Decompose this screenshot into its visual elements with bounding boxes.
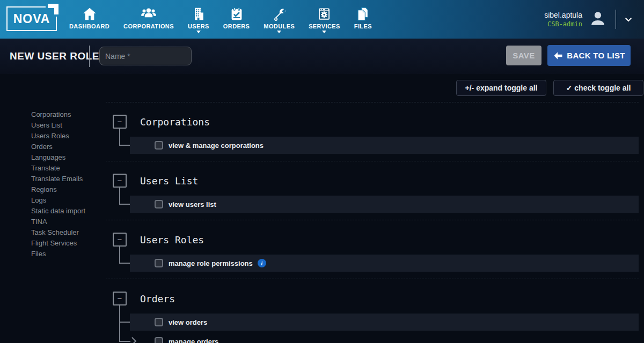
tree-connector bbox=[119, 305, 120, 341]
section-title: Users Roles bbox=[140, 233, 204, 247]
nova-logo[interactable]: NOVA bbox=[6, 6, 57, 31]
user-role-badge: CSB-admin bbox=[544, 20, 582, 28]
caret-down-icon bbox=[322, 31, 326, 33]
tree-connector bbox=[119, 247, 120, 263]
permission-checkbox[interactable] bbox=[155, 141, 163, 150]
permission-checkbox[interactable] bbox=[155, 318, 163, 326]
permission-checkbox[interactable] bbox=[155, 337, 163, 343]
sidebar-item-tina[interactable]: TINA bbox=[31, 217, 85, 227]
nav-item-label: ORDERS bbox=[223, 23, 250, 29]
nav-item-label: FILES bbox=[354, 23, 372, 29]
back-to-list-label: BACK TO LIST bbox=[567, 51, 625, 60]
permission-label: view users list bbox=[169, 200, 216, 208]
gear-window-icon bbox=[316, 6, 332, 22]
sidebar-item-static-data-import[interactable]: Static data import bbox=[31, 206, 85, 217]
section-title: Corporations bbox=[140, 115, 210, 129]
nav-item-services[interactable]: SERVICES bbox=[302, 6, 347, 33]
sidebar-item-flight-services[interactable]: Flight Services bbox=[31, 238, 85, 249]
nav-item-label: DASHBOARD bbox=[69, 23, 109, 29]
nav-item-label: USERS bbox=[188, 23, 209, 29]
wrench-icon bbox=[271, 6, 287, 22]
permission-row[interactable]: manage orders bbox=[130, 333, 639, 343]
app-window: NOVA DASHBOARD CORPORATIONS USERS ORDERS bbox=[0, 0, 644, 343]
permission-checkbox[interactable] bbox=[155, 259, 163, 267]
collapse-toggle-icon[interactable]: − bbox=[113, 233, 127, 247]
home-icon bbox=[82, 6, 98, 22]
permission-label: manage orders bbox=[169, 338, 218, 343]
tree-connector bbox=[119, 129, 120, 145]
arrow-left-icon bbox=[553, 50, 564, 61]
permission-row[interactable]: view orders bbox=[130, 314, 639, 331]
nav-item-files[interactable]: FILES bbox=[347, 6, 379, 33]
logo-corner-accent-icon bbox=[48, 4, 58, 14]
role-name-input[interactable] bbox=[99, 47, 192, 65]
permission-row[interactable]: manage role permissions i bbox=[130, 255, 639, 272]
avatar-icon[interactable] bbox=[589, 9, 607, 29]
title-divider bbox=[89, 46, 90, 67]
page-header: NEW USER ROLE SAVE BACK TO LIST bbox=[0, 39, 644, 74]
permission-row[interactable]: view users list bbox=[130, 196, 639, 213]
sidebar-item-files[interactable]: Files bbox=[31, 249, 85, 259]
main-menu: DASHBOARD CORPORATIONS USERS ORDERS MODU bbox=[62, 0, 379, 39]
dashed-separator bbox=[106, 161, 639, 161]
collapse-toggle-icon[interactable]: − bbox=[113, 174, 127, 188]
permission-label: view orders bbox=[169, 318, 207, 326]
people-icon bbox=[141, 6, 157, 22]
clipboard-check-icon bbox=[229, 6, 245, 22]
collapse-toggle-icon[interactable]: − bbox=[113, 115, 127, 129]
section-quick-nav: Corporations Users List Users Roles Orde… bbox=[31, 109, 85, 259]
caret-down-icon bbox=[277, 31, 281, 33]
sidebar-item-corporations[interactable]: Corporations bbox=[31, 109, 85, 120]
user-info: sibel.aptula CSB-admin bbox=[544, 11, 582, 28]
nav-item-label: CORPORATIONS bbox=[123, 23, 174, 29]
user-name: sibel.aptula bbox=[544, 11, 582, 19]
back-to-list-button[interactable]: BACK TO LIST bbox=[547, 45, 631, 66]
nav-item-corporations[interactable]: CORPORATIONS bbox=[116, 6, 181, 33]
building-icon bbox=[191, 6, 207, 22]
sidebar-item-translate[interactable]: Translate bbox=[31, 163, 85, 174]
documents-icon bbox=[355, 6, 371, 22]
sidebar-item-languages[interactable]: Languages bbox=[31, 152, 85, 163]
save-button[interactable]: SAVE bbox=[506, 46, 541, 65]
chevron-down-icon[interactable] bbox=[624, 14, 633, 24]
nav-item-orders[interactable]: ORDERS bbox=[216, 6, 257, 33]
section-title: Users List bbox=[140, 174, 198, 188]
check-toggle-all-button[interactable]: ✓ check toggle all bbox=[553, 80, 643, 96]
expand-toggle-all-button[interactable]: +/- expand toggle all bbox=[456, 80, 546, 96]
dashed-separator bbox=[106, 220, 639, 220]
sidebar-item-users-roles[interactable]: Users Roles bbox=[31, 131, 85, 141]
dashed-separator bbox=[106, 279, 639, 279]
nav-item-dashboard[interactable]: DASHBOARD bbox=[62, 6, 116, 33]
sidebar-item-logs[interactable]: Logs bbox=[31, 195, 85, 206]
collapse-toggle-icon[interactable]: − bbox=[113, 292, 127, 305]
permission-label: manage role permissions bbox=[169, 259, 253, 267]
sidebar-item-users-list[interactable]: Users List bbox=[31, 120, 85, 131]
user-divider bbox=[616, 10, 616, 29]
permission-row[interactable]: view & manage corporations bbox=[130, 137, 639, 154]
sidebar-item-orders[interactable]: Orders bbox=[31, 141, 85, 152]
top-nav-bar: NOVA DASHBOARD CORPORATIONS USERS ORDERS bbox=[0, 0, 644, 39]
info-icon[interactable]: i bbox=[258, 259, 266, 267]
caret-down-icon bbox=[196, 31, 201, 33]
tree-connector bbox=[119, 188, 120, 204]
nav-item-users[interactable]: USERS bbox=[181, 6, 216, 33]
page-title: NEW USER ROLE bbox=[10, 39, 99, 74]
sidebar-item-task-scheduler[interactable]: Task Scheduler bbox=[31, 227, 85, 238]
nav-item-modules[interactable]: MODULES bbox=[257, 6, 302, 33]
sidebar-item-translate-emails[interactable]: Translate Emails bbox=[31, 174, 85, 184]
logo-text: NOVA bbox=[13, 12, 50, 26]
dashed-separator bbox=[106, 102, 639, 102]
permission-label: view & manage corporations bbox=[169, 141, 264, 150]
section-title: Orders bbox=[140, 292, 175, 306]
user-menu: sibel.aptula CSB-admin bbox=[544, 0, 644, 39]
nav-item-label: SERVICES bbox=[309, 23, 340, 29]
nav-item-label: MODULES bbox=[264, 23, 295, 29]
sidebar-item-regions[interactable]: Regions bbox=[31, 184, 85, 195]
permission-checkbox[interactable] bbox=[155, 200, 163, 208]
